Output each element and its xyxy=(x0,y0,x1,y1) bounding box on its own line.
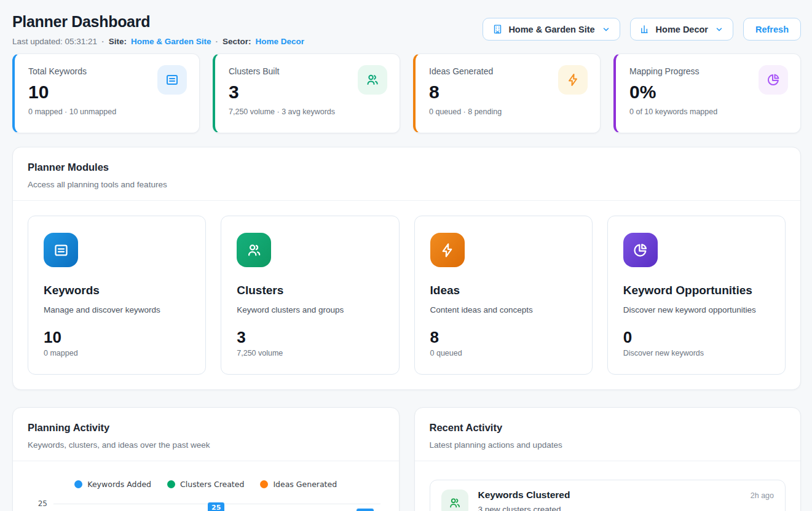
page-header: Planner Dashboard Last updated: 05:31:21… xyxy=(0,0,812,47)
chart-plot-area: 25 24 xyxy=(53,504,380,511)
users-icon xyxy=(237,233,271,267)
stat-detail: 0 queued · 8 pending xyxy=(429,107,588,116)
activity-item-keywords-clustered: Keywords Clustered 2h ago 3 new clusters… xyxy=(430,480,786,511)
recent-activity-header: Recent Activity Latest planning actions … xyxy=(415,408,801,461)
chart-legend: Keywords Added Clusters Created Ideas Ge… xyxy=(28,480,384,489)
module-detail: Discover new keywords xyxy=(623,349,770,357)
activity-item-top: Keywords Clustered 2h ago xyxy=(478,490,775,501)
module-title: Keywords xyxy=(44,284,190,297)
stat-detail: 0 of 10 keywords mapped xyxy=(629,107,788,116)
pie-chart-icon xyxy=(623,233,658,267)
recent-activity-card: Recent Activity Latest planning actions … xyxy=(414,407,802,511)
users-icon xyxy=(441,490,468,511)
module-value: 0 xyxy=(623,329,770,346)
legend-item-clusters-created[interactable]: Clusters Created xyxy=(167,480,244,489)
module-value: 8 xyxy=(430,329,577,346)
legend-dot-orange xyxy=(260,480,268,488)
header-left: Planner Dashboard Last updated: 05:31:21… xyxy=(12,12,304,47)
activity-item-description: 3 new clusters created xyxy=(478,505,775,511)
planning-activity-body: Keywords Added Clusters Created Ideas Ge… xyxy=(13,461,399,511)
planner-modules-title: Planner Modules xyxy=(28,161,786,174)
module-detail: 0 queued xyxy=(430,349,577,357)
legend-dot-blue xyxy=(74,480,82,488)
sector-selector-button[interactable]: Home Decor xyxy=(630,18,733,41)
module-description: Manage and discover keywords xyxy=(44,305,190,314)
planning-activity-card: Planning Activity Keywords, clusters, an… xyxy=(12,407,400,511)
lightning-icon xyxy=(430,233,465,267)
chevron-down-icon xyxy=(602,25,610,34)
bottom-row: Planning Activity Keywords, clusters, an… xyxy=(12,407,801,511)
recent-activity-body: Keywords Clustered 2h ago 3 new clusters… xyxy=(415,461,801,511)
activity-chart: 25 25 24 xyxy=(28,504,384,511)
module-detail: 7,250 volume xyxy=(237,349,383,357)
last-updated-text: Last updated: 05:31:21 xyxy=(12,36,97,47)
modules-grid: Keywords Manage and discover keywords 10… xyxy=(13,201,800,389)
module-description: Keyword clusters and groups xyxy=(237,305,383,314)
sector-link[interactable]: Home Decor xyxy=(255,36,304,47)
site-selector-value: Home & Garden Site xyxy=(508,25,594,34)
legend-label: Clusters Created xyxy=(180,480,244,489)
refresh-button-label: Refresh xyxy=(755,25,789,34)
refresh-button[interactable]: Refresh xyxy=(743,18,801,41)
module-detail: 0 mapped xyxy=(44,349,190,357)
module-description: Discover new keyword opportunities xyxy=(623,305,770,314)
list-icon xyxy=(157,65,187,95)
stat-card-total-keywords: Total Keywords 10 0 mapped · 10 unmapped xyxy=(12,53,200,133)
page-title: Planner Dashboard xyxy=(12,12,304,31)
stat-card-ideas-generated: Ideas Generated 8 0 queued · 8 pending xyxy=(413,53,601,133)
chevron-down-icon xyxy=(715,25,723,34)
module-card-keywords[interactable]: Keywords Manage and discover keywords 10… xyxy=(28,216,206,375)
module-title: Clusters xyxy=(237,284,383,297)
module-title: Ideas xyxy=(430,284,577,297)
activity-item-title: Keywords Clustered xyxy=(478,490,570,501)
stat-card-clusters-built: Clusters Built 3 7,250 volume · 3 avg ke… xyxy=(213,53,400,133)
pie-chart-icon xyxy=(759,65,788,95)
stat-card-mapping-progress: Mapping Progress 0% 0 of 10 keywords map… xyxy=(613,53,801,133)
planner-modules-panel: Planner Modules Access all planning tool… xyxy=(12,147,801,390)
lightning-icon xyxy=(558,65,588,95)
header-actions: Home & Garden Site Home Decor Refresh xyxy=(483,18,801,41)
planning-activity-subtitle: Keywords, clusters, and ideas over the p… xyxy=(28,439,384,451)
module-title: Keyword Opportunities xyxy=(623,284,770,297)
legend-item-keywords-added[interactable]: Keywords Added xyxy=(74,480,151,489)
module-value: 3 xyxy=(237,329,383,346)
stat-detail: 7,250 volume · 3 avg keywords xyxy=(229,107,387,116)
site-selector-button[interactable]: Home & Garden Site xyxy=(483,18,620,41)
module-value: 10 xyxy=(44,329,190,346)
y-axis-tick-25: 25 xyxy=(28,499,47,508)
site-label: Site: xyxy=(109,36,127,47)
recent-activity-title: Recent Activity xyxy=(430,421,786,434)
stats-row: Total Keywords 10 0 mapped · 10 unmapped… xyxy=(12,53,801,133)
building-icon xyxy=(492,24,503,34)
planning-activity-header: Planning Activity Keywords, clusters, an… xyxy=(13,408,399,461)
sector-selector-value: Home Decor xyxy=(656,25,708,34)
sector-label: Sector: xyxy=(223,36,251,47)
module-card-keyword-opportunities[interactable]: Keyword Opportunities Discover new keywo… xyxy=(607,216,786,375)
y-axis: 25 xyxy=(28,504,53,511)
stat-detail: 0 mapped · 10 unmapped xyxy=(28,107,187,116)
planner-modules-subtitle: Access all planning tools and features xyxy=(28,179,786,190)
legend-dot-green xyxy=(167,480,175,488)
header-meta: Last updated: 05:31:21 · Site: Home & Ga… xyxy=(12,36,304,47)
bar-chart-icon xyxy=(640,24,650,34)
users-icon xyxy=(358,65,387,95)
legend-item-ideas-generated[interactable]: Ideas Generated xyxy=(260,480,337,489)
planning-activity-title: Planning Activity xyxy=(28,421,384,434)
data-label-24: 24 xyxy=(356,508,374,511)
site-link[interactable]: Home & Garden Site xyxy=(131,36,211,47)
activity-item-content: Keywords Clustered 2h ago 3 new clusters… xyxy=(478,490,775,511)
recent-activity-subtitle: Latest planning actions and updates xyxy=(430,439,786,451)
module-card-clusters[interactable]: Clusters Keyword clusters and groups 3 7… xyxy=(221,216,399,375)
planner-dashboard-page: Planner Dashboard Last updated: 05:31:21… xyxy=(0,0,812,511)
activity-item-time: 2h ago xyxy=(751,491,774,500)
planner-modules-header: Planner Modules Access all planning tool… xyxy=(13,147,800,201)
legend-label: Ideas Generated xyxy=(273,480,337,489)
module-card-ideas[interactable]: Ideas Content ideas and concepts 8 0 que… xyxy=(414,216,593,375)
data-label-25: 25 xyxy=(207,502,225,511)
list-icon xyxy=(44,233,78,267)
meta-separator: · xyxy=(215,36,218,47)
legend-label: Keywords Added xyxy=(87,480,151,489)
module-description: Content ideas and concepts xyxy=(430,305,577,314)
meta-separator: · xyxy=(101,36,104,47)
